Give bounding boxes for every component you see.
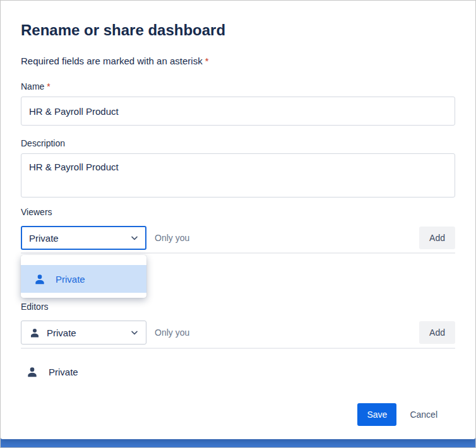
editors-select[interactable]: Private	[21, 321, 146, 345]
viewers-select[interactable]: Private	[21, 226, 146, 250]
cancel-button[interactable]: Cancel	[402, 403, 445, 426]
editors-row: Private Only you Add	[21, 321, 455, 345]
required-fields-note: Required fields are marked with an aster…	[21, 56, 455, 66]
required-fields-text: Required fields are marked with an aster…	[21, 56, 203, 66]
person-icon	[26, 365, 39, 378]
required-asterisk: *	[205, 56, 209, 66]
description-field: Description HR & Payroll Product	[21, 138, 455, 197]
dropdown-option-private[interactable]: Private	[21, 265, 146, 293]
editors-list-item-label: Private	[49, 367, 78, 377]
chevron-down-icon	[129, 233, 140, 243]
editors-hint: Only you	[155, 327, 189, 338]
editors-select-value: Private	[47, 327, 129, 338]
viewers-label: Viewers	[21, 207, 455, 217]
editors-add-button[interactable]: Add	[419, 321, 455, 344]
editors-list-item: Private	[21, 365, 455, 378]
page-backdrop: Rename or share dashboard Required field…	[0, 0, 476, 448]
name-input[interactable]	[21, 97, 455, 126]
viewers-hint: Only you	[155, 233, 189, 243]
viewers-add-button[interactable]: Add	[419, 227, 455, 249]
person-icon	[29, 327, 40, 338]
dropdown-option-label: Private	[56, 274, 85, 285]
dialog-title: Rename or share dashboard	[21, 21, 455, 40]
editors-label: Editors	[21, 302, 455, 312]
description-input[interactable]: HR & Payroll Product	[21, 153, 455, 197]
divider	[21, 348, 455, 349]
required-asterisk: *	[47, 81, 50, 91]
chevron-down-icon	[129, 327, 140, 338]
divider	[21, 252, 455, 254]
editors-field: Editors Private Only you Add	[21, 302, 455, 378]
description-label: Description	[21, 138, 455, 148]
rename-share-dashboard-dialog: Rename or share dashboard Required field…	[1, 1, 475, 439]
dialog-footer: Save Cancel	[21, 403, 455, 426]
viewers-row: Private Only you Add Private	[21, 226, 455, 250]
viewers-dropdown-menu: Private	[21, 255, 146, 298]
person-icon	[33, 273, 46, 285]
name-field: Name*	[21, 81, 455, 126]
name-label: Name*	[21, 81, 455, 91]
save-button[interactable]: Save	[357, 403, 396, 426]
viewers-field: Viewers Private Only you Add Private	[21, 207, 455, 254]
viewers-select-value: Private	[29, 233, 129, 244]
